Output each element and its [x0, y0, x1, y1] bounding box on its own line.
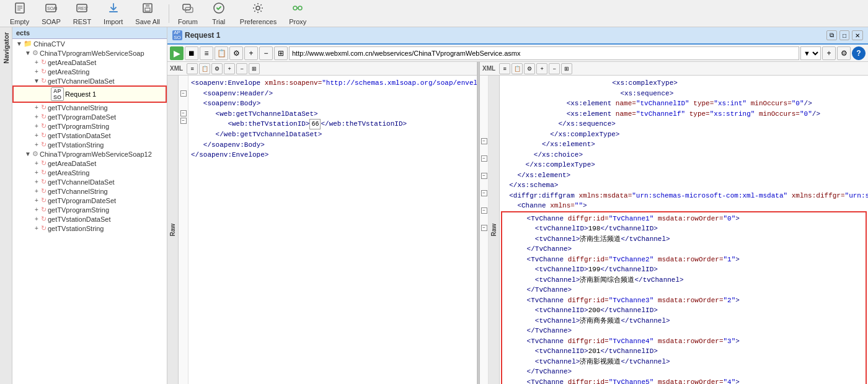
tree-node-getAreaDataSet2[interactable]: + ↻ getAreaDataSet — [12, 159, 167, 168]
resp-line-9: </xs:complexType> — [501, 160, 867, 170]
resp-collapse-2[interactable]: − — [481, 155, 487, 162]
toolbar-save-all[interactable]: Save All — [130, 0, 165, 28]
tree-node-getTVchannelString[interactable]: + ↻ getTVchannelString — [12, 103, 167, 112]
toolbar-empty-label: Empty — [10, 18, 29, 25]
help-btn[interactable]: ? — [852, 46, 866, 60]
remove-btn[interactable]: − — [259, 46, 273, 60]
tree-node-service1[interactable]: ▼ ⚙ ChinaTVprogramWebServiceSoap — [12, 48, 167, 58]
resp-collapse-3[interactable]: − — [481, 173, 487, 179]
add-btn[interactable]: + — [244, 46, 258, 60]
toolbar-import[interactable]: Import — [99, 0, 128, 28]
xml-btn4[interactable]: + — [224, 63, 235, 74]
node-label-getAreaString2: getAreaString — [48, 169, 89, 177]
url-settings-btn[interactable]: ⚙ — [837, 46, 851, 60]
node-label-chinactvroot: ChinaCTV — [33, 40, 65, 48]
tree-node-getTVstationDataSet[interactable]: + ↻ getTVstationDataSet — [12, 131, 167, 140]
resp-line-8: </xs:choice> — [501, 150, 867, 160]
resp-btn4[interactable]: + — [536, 63, 547, 74]
collapse-btn-body[interactable]: − — [180, 110, 187, 116]
tree-node-getAreaString2[interactable]: + ↻ getAreaString — [12, 168, 167, 177]
tree-node-getTVchannelDataSet2[interactable]: + ↻ getTVchannelDataSet — [12, 177, 167, 186]
resp-channe5-open: <TvChanne diffgr:id="TvChanne5" msdata:r… — [502, 377, 866, 385]
method-icon-getTVchannelDataSet2: ↻ — [41, 178, 46, 186]
expander-getTVstationDataSet: + — [32, 132, 41, 139]
resp-channe3-close: </TvChanne> — [502, 326, 866, 336]
tree-node-chinactvroot[interactable]: ▼ 📁 ChinaCTV — [12, 39, 167, 48]
expand-btn[interactable]: ⊞ — [274, 46, 288, 60]
tree-node-getAreaDataSet[interactable]: + ↻ getAreaDataSet — [12, 58, 167, 67]
xml-gutter-right: − − − − − − — [480, 76, 489, 384]
tree-node-getTVstationDataSet2[interactable]: + ↻ getTVstationDataSet — [12, 214, 167, 224]
toolbar-proxy[interactable]: Proxy — [284, 0, 311, 28]
method-icon-getTVchannelDataSet: ↻ — [41, 77, 46, 85]
node-label-getTVchannelString: getTVchannelString — [48, 104, 108, 111]
resp-collapse-5[interactable]: − — [481, 207, 487, 214]
run-button[interactable]: ▶ — [170, 46, 184, 60]
url-add-btn[interactable]: + — [822, 46, 836, 60]
tree-node-getTVstationString2[interactable]: + ↻ getTVstationString — [12, 224, 167, 233]
xml-line-5: <web:theTVstationID>66</web:theTVstation… — [191, 119, 474, 129]
xml-btn2[interactable]: 📋 — [199, 63, 210, 74]
request-toolbar: ▶ ⏹ ≡ 📋 ⚙ + − ⊞ ▼ + ⚙ ? — [167, 45, 868, 62]
tree-node-getTVprogramString2[interactable]: + ↻ getTVprogramString — [12, 205, 167, 214]
toolbar-empty[interactable]: Empty — [5, 0, 34, 28]
tree-node-getTVprogramDateSet[interactable]: + ↻ getTVprogramDateSet — [12, 112, 167, 121]
node-label-getTVstationString: getTVstationString — [48, 141, 104, 149]
node-label-getTVprogramString2: getTVprogramString — [48, 206, 109, 214]
toolbar-soap[interactable]: SOAP SOAP — [37, 0, 66, 28]
settings-btn[interactable]: ⚙ — [229, 46, 243, 60]
xml-btn3[interactable]: ⚙ — [211, 63, 223, 74]
response-xml-content: <xs:complexType> <xs:sequence> <xs:eleme… — [500, 76, 868, 384]
node-label-getTVstationString2: getTVstationString — [48, 225, 104, 232]
copy-button[interactable]: 📋 — [215, 46, 228, 60]
tree-node-getAreaString[interactable]: + ↻ getAreaString — [12, 67, 167, 76]
toolbar-preferences[interactable]: Preferences — [235, 0, 281, 28]
import-icon — [107, 2, 120, 17]
restore-btn[interactable]: ⧉ — [826, 30, 837, 40]
resp-btn2[interactable]: 📋 — [512, 63, 523, 74]
expander-getTVchannelDataSet: ▼ — [32, 77, 41, 84]
maximize-btn[interactable]: □ — [839, 30, 849, 40]
toolbar-proxy-label: Proxy — [289, 18, 306, 25]
resp-collapse-6[interactable]: − — [481, 225, 487, 231]
toolbar-trial[interactable]: Trial — [205, 0, 232, 28]
method-icon-getTVprogramString2: ↻ — [41, 206, 46, 214]
navigator-tab[interactable]: Navigator — [0, 27, 12, 384]
resp-btn1[interactable]: ≡ — [499, 63, 510, 74]
method-icon-getAreaString: ↻ — [41, 68, 46, 76]
tree-node-getTVchannelString2[interactable]: + ↻ getTVchannelString — [12, 186, 167, 196]
channels-highlight-box: <TvChanne diffgr:id="TvChanne1" msdata:r… — [501, 211, 867, 385]
resp-collapse-1[interactable]: − — [481, 138, 487, 144]
url-dropdown[interactable]: ▼ — [800, 46, 821, 60]
stop-button[interactable]: ⏹ — [185, 46, 198, 60]
tree-node-getTVprogramDateSet2[interactable]: + ↻ getTVprogramDateSet — [12, 196, 167, 205]
raw-label-left: Raw — [167, 76, 179, 384]
tree-node-getTVchannelDataSet[interactable]: ▼ ↻ getTVchannelDataSet — [12, 76, 167, 85]
tree-node-getTVprogramString[interactable]: + ↻ getTVprogramString — [12, 121, 167, 131]
method-icon-getTVstationString: ↻ — [41, 141, 46, 149]
resp-btn5[interactable]: − — [549, 63, 560, 74]
xml-btn6[interactable]: ⊞ — [249, 63, 260, 74]
resp-btn6[interactable]: ⊞ — [561, 63, 572, 74]
tree-node-request1[interactable]: APSO Request 1 — [12, 85, 167, 103]
tree-header: ects — [12, 27, 167, 39]
raw-text-left: Raw — [169, 224, 176, 237]
toolbar-rest[interactable]: REST REST — [68, 0, 96, 28]
resp-btn3[interactable]: ⚙ — [524, 63, 535, 74]
resp-collapse-4[interactable]: − — [481, 190, 487, 196]
toolbar-forum[interactable]: Forum — [173, 0, 203, 28]
xml-btn1[interactable]: ≡ — [187, 63, 198, 74]
resp-channe3-name: <tvChannel>济南商务频道</tvChannel> — [502, 316, 866, 326]
xml-btn5[interactable]: − — [236, 63, 247, 74]
tree-node-getTVstationString[interactable]: + ↻ getTVstationString — [12, 140, 167, 149]
format-button[interactable]: ≡ — [200, 46, 213, 60]
resp-line-channe: <Channe xmlns=""> — [501, 201, 867, 211]
expander-getAreaDataSet: + — [32, 59, 41, 66]
tree-node-service2[interactable]: ▼ ⚙ ChinaTVprogramWebServiceSoap12 — [12, 149, 167, 159]
collapse-btn-envelope[interactable]: − — [180, 90, 187, 97]
close-btn[interactable]: ✕ — [852, 30, 863, 40]
url-input[interactable] — [289, 46, 799, 60]
collapse-btn-web[interactable]: − — [180, 118, 187, 124]
forum-icon — [182, 2, 194, 17]
expander-getTVchannelString: + — [32, 104, 41, 111]
